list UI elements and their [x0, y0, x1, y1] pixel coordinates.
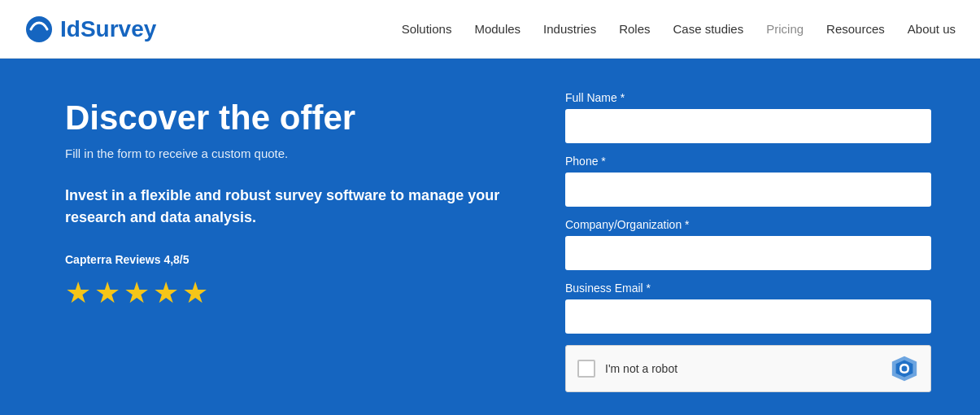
nav-resources[interactable]: Resources: [826, 22, 885, 36]
full-name-input[interactable]: [565, 109, 931, 143]
star-rating: ★ ★ ★ ★ ★: [65, 276, 516, 310]
logo[interactable]: IdSurvey: [24, 15, 156, 44]
recaptcha-logo-icon: [890, 354, 919, 383]
nav-solutions[interactable]: Solutions: [402, 22, 452, 36]
phone-label: Phone *: [565, 155, 931, 168]
subtitle: Fill in the form to receive a custom quo…: [65, 146, 516, 160]
company-input[interactable]: [565, 236, 931, 270]
nav-modules[interactable]: Modules: [474, 22, 520, 36]
recaptcha-widget[interactable]: I'm not a robot: [565, 345, 931, 392]
star-1: ★: [65, 276, 91, 310]
header: IdSurvey Solutions Modules Industries Ro…: [0, 0, 980, 59]
nav-about-us[interactable]: About us: [908, 22, 956, 36]
left-panel: Discover the offer Fill in the form to r…: [65, 91, 516, 391]
star-2: ★: [94, 276, 120, 310]
email-label: Business Email *: [565, 282, 931, 295]
description: Invest in a flexible and robust survey s…: [65, 185, 516, 229]
email-input[interactable]: [565, 299, 931, 334]
nav-case-studies[interactable]: Case studies: [673, 22, 744, 36]
phone-group: Phone *: [565, 155, 931, 207]
logo-text: IdSurvey: [60, 16, 156, 42]
full-name-group: Full Name *: [565, 91, 931, 143]
nav-pricing[interactable]: Pricing: [766, 22, 804, 36]
star-3: ★: [124, 276, 150, 310]
logo-icon: [24, 15, 54, 44]
quote-form: Full Name * Phone * Company/Organization…: [565, 91, 931, 391]
capterra-label: Capterra Reviews 4,8/5: [65, 253, 516, 266]
main-nav: Solutions Modules Industries Roles Case …: [402, 22, 956, 36]
star-4: ★: [153, 276, 179, 310]
hero-title: Discover the offer: [65, 99, 516, 137]
company-label: Company/Organization *: [565, 218, 931, 231]
recaptcha-label: I'm not a robot: [605, 362, 880, 375]
email-group: Business Email *: [565, 282, 931, 334]
phone-input[interactable]: [565, 173, 931, 207]
recaptcha-checkbox[interactable]: [577, 360, 595, 378]
star-5: ★: [182, 276, 208, 310]
main-content: Discover the offer Fill in the form to r…: [0, 59, 980, 415]
full-name-label: Full Name *: [565, 91, 931, 104]
nav-industries[interactable]: Industries: [543, 22, 596, 36]
nav-roles[interactable]: Roles: [619, 22, 650, 36]
company-group: Company/Organization *: [565, 218, 931, 270]
